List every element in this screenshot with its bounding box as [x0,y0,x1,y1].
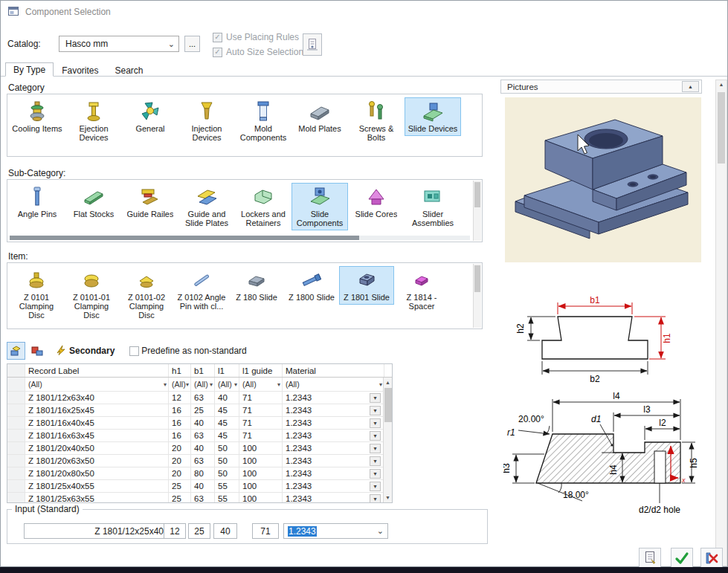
row-selector[interactable] [7,430,25,441]
row-selector[interactable] [7,480,25,492]
cell-l1[interactable]: 40 [215,392,239,404]
table-row[interactable]: Z 1801/16x63x45 16 63 45 71 1.2343▾ [7,430,392,442]
cell-h1[interactable]: 25 [169,480,191,492]
scrollbar-thumb[interactable] [384,388,392,422]
item-z0101-01[interactable]: Z 0101-01 Clamping Disc [64,266,119,323]
material-dropdown-button[interactable]: ▾ [370,494,381,504]
cell-h1[interactable]: 25 [169,493,191,503]
subcategory-item-flat-stocks[interactable]: Flat Stocks [65,183,122,221]
filter-material[interactable]: (All)▾ [283,378,384,391]
cell-material[interactable]: 1.2343▾ [283,467,384,479]
cell-l1-guide[interactable]: 71 [239,404,283,416]
category-item-mold-plates[interactable]: Mold Plates [291,97,348,136]
row-selector[interactable] [7,417,25,429]
cell-l1-guide[interactable]: 100 [239,467,283,479]
cell-b1[interactable]: 63 [191,430,215,441]
cell-l1[interactable]: 50 [215,442,239,454]
properties-button[interactable] [639,548,661,568]
row-selector[interactable] [7,493,25,503]
category-item-injection-devices[interactable]: Injection Devices [178,97,235,145]
auto-size-selection-option[interactable]: ✓ Auto Size Selection [213,46,303,58]
cell-h1[interactable]: 20 [169,455,191,467]
tab-by-type[interactable]: By Type [5,62,54,77]
scrollbar-thumb[interactable] [474,265,480,292]
cell-record[interactable]: Z 1801/12x63x40 [25,392,169,404]
material-dropdown-button[interactable]: ▾ [370,456,381,466]
cell-record[interactable]: Z 1801/20x80x50 [25,467,169,479]
cell-material[interactable]: 1.2343▾ [283,493,384,503]
category-item-slide-devices[interactable]: Slide Devices [405,97,461,136]
filter-l1[interactable]: (All)▾ [215,378,239,391]
cell-h1[interactable]: 16 [169,404,191,416]
cell-l1-guide[interactable]: 71 [239,417,283,429]
item-z0101[interactable]: Z 0101 Clamping Disc [9,266,64,323]
subcategory-item-slider-assemblies[interactable]: Slider Assemblies [405,183,461,230]
subcategory-item-slide-cores[interactable]: Slide Cores [348,183,405,221]
item-z180[interactable]: Z 180 Slide [229,266,284,305]
cell-material[interactable]: 1.2343▾ [283,442,384,454]
cell-b1[interactable]: 25 [191,404,215,416]
cell-material[interactable]: 1.2343▾ [283,455,384,467]
cell-b1[interactable]: 63 [191,392,215,404]
table-row[interactable]: Z 1801/16x40x45 16 40 45 71 1.2343▾ [7,417,392,430]
cell-b1[interactable]: 63 [191,455,215,467]
scrollbar-thumb[interactable] [718,92,725,164]
tab-search[interactable]: Search [107,64,152,77]
cell-l1-guide[interactable]: 100 [239,442,283,454]
category-item-ejection-devices[interactable]: Ejection Devices [65,97,122,145]
cell-l1-guide[interactable]: 100 [239,493,283,503]
cell-material[interactable]: 1.2343▾ [283,404,384,416]
auto-size-checkbox[interactable]: ✓ [213,48,222,57]
cell-record[interactable]: Z 1801/16x63x45 [25,430,169,441]
subcategory-item-slide-components[interactable]: Slide Components [291,183,348,230]
subcategory-scrollbar-vertical[interactable] [473,181,481,241]
cell-b1[interactable]: 40 [191,442,215,454]
row-selector[interactable] [7,404,25,416]
cell-record[interactable]: Z 1801/16x40x45 [25,417,169,429]
cell-l1[interactable]: 50 [215,467,239,479]
cell-h1[interactable]: 20 [169,442,191,454]
table-row[interactable]: Z 1801/20x63x50 20 63 50 100 1.2343▾ [7,455,392,467]
pictures-scrollbar[interactable]: ▲ [715,80,727,566]
material-dropdown-button[interactable]: ▾ [370,444,381,453]
row-selector[interactable] [7,442,25,454]
material-dropdown-button[interactable]: ▾ [370,418,381,428]
cell-material[interactable]: 1.2343▾ [283,417,384,429]
row-selector-header[interactable] [7,364,25,377]
l1-input[interactable]: 40 [213,523,237,539]
material-dropdown-button[interactable]: ▾ [370,393,381,403]
table-row[interactable]: Z 1801/20x80x50 20 80 50 100 1.2343▾ [7,467,392,480]
column-header-b1[interactable]: b1 [191,364,215,377]
subcategory-item-guide-railes[interactable]: Guide Railes [122,183,178,221]
cell-l1[interactable]: 45 [215,430,239,441]
category-item-cooling-items[interactable]: Cooling Items [9,97,65,136]
tab-favorites[interactable]: Favorites [54,64,106,77]
column-header-l1[interactable]: l1 [215,364,239,377]
catalog-browse-button[interactable]: ... [184,36,200,52]
cancel-button[interactable] [700,548,723,568]
cell-b1[interactable]: 63 [191,493,215,503]
taskbar[interactable] [0,567,728,573]
scrollbar-thumb[interactable] [474,182,480,207]
ok-button[interactable] [671,548,693,568]
cell-record[interactable]: Z 1801/25x40x55 [25,480,169,492]
cell-h1[interactable]: 12 [169,392,191,404]
cell-l1[interactable]: 55 [215,493,239,503]
item-z1814[interactable]: Z 1814 - Spacer [394,266,449,314]
material-dropdown[interactable]: 1.2343 ⌄ [283,523,388,539]
scroll-down-icon[interactable]: ▼ [384,493,393,502]
cell-b1[interactable]: 40 [191,417,215,429]
table-row[interactable]: Z 1801/25x40x55 25 40 55 100 1.2343▾ [7,480,392,493]
subcategory-scrollbar-horizontal[interactable] [10,236,470,240]
row-selector[interactable] [7,467,25,479]
collapse-pictures-button[interactable]: ▲ [682,81,699,92]
cell-l1-guide[interactable]: 100 [239,480,283,492]
item-z1801[interactable]: Z 1801 Slide [339,266,394,305]
category-item-screws-bolts[interactable]: Screws & Bolts [348,97,405,145]
subcategory-item-lockers-retainers[interactable]: Lockers and Retainers [235,183,291,230]
item-z1800[interactable]: Z 1800 Slide [284,266,339,305]
scroll-up-icon[interactable]: ▲ [716,82,727,87]
item-z0102[interactable]: Z 0102 Angle Pin with cl... [174,266,229,314]
primary-component-button[interactable] [7,342,25,360]
material-dropdown-button[interactable]: ▾ [370,469,381,479]
